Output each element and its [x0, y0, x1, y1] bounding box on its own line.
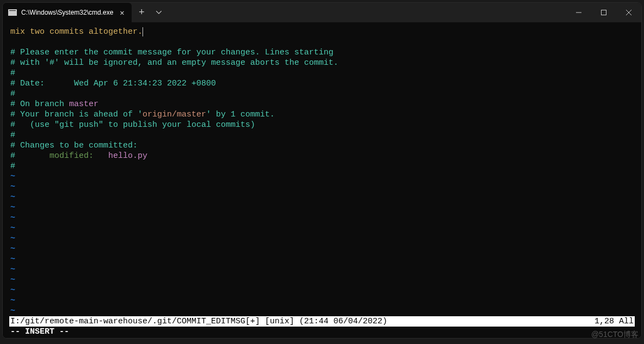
- comment-line: #: [10, 162, 15, 171]
- branch-name: master: [69, 100, 98, 109]
- titlebar: C:\Windows\System32\cmd.exe ✕ +: [3, 3, 641, 22]
- comment-line: #: [10, 69, 15, 78]
- terminal-tab[interactable]: C:\Windows\System32\cmd.exe ✕: [3, 3, 132, 22]
- comment-modified-prefix: #: [10, 151, 49, 161]
- scrollbar[interactable]: [636, 22, 641, 336]
- empty-line-tilde: ~: [10, 306, 15, 316]
- window-controls: [566, 3, 641, 22]
- empty-line-tilde: ~: [10, 234, 15, 243]
- comment-line: # with '#' will be ignored, and an empty…: [10, 58, 338, 67]
- empty-line-tilde: ~: [10, 255, 15, 264]
- empty-line-tilde: ~: [10, 296, 15, 305]
- text-cursor: [143, 27, 143, 36]
- empty-line-tilde: ~: [10, 193, 15, 202]
- comment-changes-header: # Changes to be committed:: [10, 141, 138, 150]
- status-file-info: I:/git/remote-main-warehouse/.git/COMMIT…: [10, 316, 387, 327]
- empty-line-tilde: ~: [10, 224, 15, 233]
- terminal-window: C:\Windows\System32\cmd.exe ✕ + mix two …: [2, 2, 642, 339]
- close-window-button[interactable]: [616, 3, 641, 22]
- empty-line-tilde: ~: [10, 244, 15, 254]
- empty-line-tilde: ~: [10, 275, 15, 285]
- vim-status-line: I:/git/remote-main-warehouse/.git/COMMIT…: [9, 316, 635, 327]
- maximize-button[interactable]: [591, 3, 616, 22]
- minimize-button[interactable]: [566, 3, 591, 22]
- tab-dropdown-button[interactable]: [151, 9, 166, 16]
- empty-line-tilde: ~: [10, 265, 15, 274]
- comment-line: #: [10, 131, 15, 140]
- new-tab-button[interactable]: +: [132, 7, 151, 18]
- watermark: @51CTO博客: [591, 330, 639, 340]
- cmd-icon: [8, 9, 17, 16]
- empty-line-tilde: ~: [10, 213, 15, 223]
- comment-date: # Date: Wed Apr 6 21:34:23 2022 +0800: [10, 79, 216, 88]
- comment-line: #: [10, 89, 15, 99]
- commit-message-text: mix two commits altogether.: [10, 27, 143, 36]
- comment-push-hint: # (use "git push" to publish your local …: [10, 120, 255, 130]
- modified-filename: hello.py: [108, 151, 147, 161]
- editor-content[interactable]: mix two commits altogether. # Please ent…: [10, 27, 634, 337]
- empty-line-tilde: ~: [10, 182, 15, 192]
- close-tab-button[interactable]: ✕: [117, 8, 126, 17]
- remote-name: origin/master: [143, 110, 206, 119]
- tab-title: C:\Windows\System32\cmd.exe: [21, 9, 113, 16]
- modified-label: modified:: [49, 151, 108, 161]
- vim-mode-line: -- INSERT --: [10, 327, 69, 336]
- comment-ahead-prefix: # Your branch is ahead of ': [10, 110, 143, 119]
- status-position: 1,28 All: [595, 316, 634, 327]
- tab-area: C:\Windows\System32\cmd.exe ✕ +: [3, 3, 166, 22]
- empty-line-tilde: ~: [10, 286, 15, 295]
- comment-line: # Please enter the commit message for yo…: [10, 48, 333, 57]
- terminal-body[interactable]: mix two commits altogether. # Please ent…: [3, 22, 641, 338]
- svg-rect-1: [602, 10, 606, 15]
- comment-ahead-suffix: ' by 1 commit.: [206, 110, 275, 119]
- empty-line-tilde: ~: [10, 172, 15, 181]
- comment-branch-prefix: # On branch: [10, 100, 69, 109]
- empty-line-tilde: ~: [10, 203, 15, 212]
